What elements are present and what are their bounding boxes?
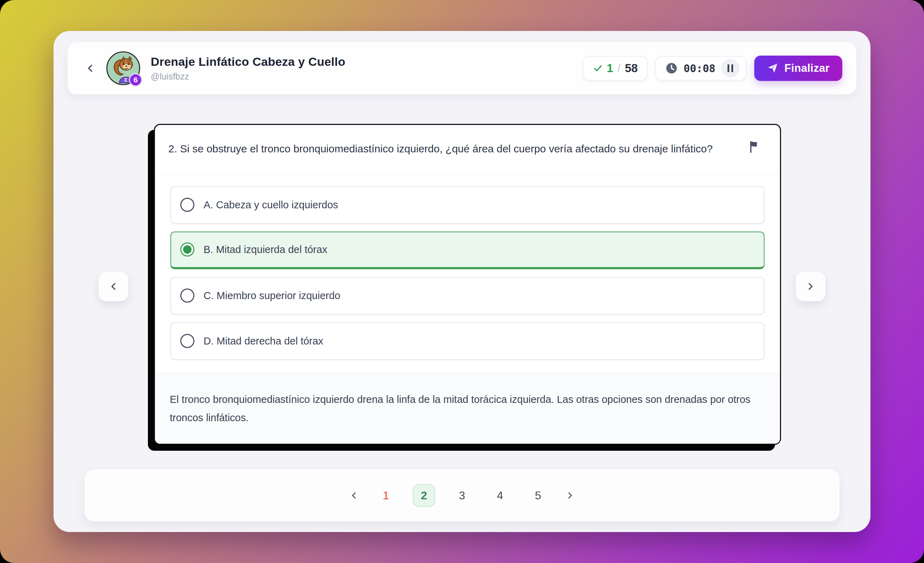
option-a[interactable]: A. Cabeza y cuello izquierdos xyxy=(170,186,765,224)
timer-badge: 00:08 xyxy=(656,56,746,81)
quiz-author-username: @luisfbzz xyxy=(151,72,345,82)
check-icon xyxy=(592,63,603,73)
next-question-button[interactable] xyxy=(796,272,825,301)
chevron-right-icon xyxy=(565,490,575,501)
option-a-label: A. Cabeza y cuello izquierdos xyxy=(204,199,338,211)
question-text: 2. Si se obstruye el tronco bronquiomedi… xyxy=(168,140,720,158)
back-button[interactable] xyxy=(79,57,101,79)
title-block: Drenaje Linfático Cabeza y Cuello @luisf… xyxy=(151,55,345,82)
clock-icon xyxy=(665,62,678,75)
pagination-next-button[interactable] xyxy=(565,490,575,501)
question-header: 2. Si se obstruye el tronco bronquiomedi… xyxy=(155,125,780,174)
flag-icon xyxy=(748,140,763,154)
option-d-label: D. Mitad derecha del tórax xyxy=(204,335,323,347)
avatar[interactable]: Σ 6 xyxy=(106,51,140,85)
explanation-text: El tronco bronquiomediastínico izquierdo… xyxy=(170,390,765,427)
page-button-5[interactable]: 5 xyxy=(527,484,549,507)
option-d[interactable]: D. Mitad derecha del tórax xyxy=(170,322,765,360)
quiz-title: Drenaje Linfático Cabeza y Cuello xyxy=(151,55,345,69)
flag-question-button[interactable] xyxy=(748,139,763,154)
finish-button-label: Finalizar xyxy=(784,62,830,75)
page-button-3[interactable]: 3 xyxy=(451,484,473,507)
option-b[interactable]: B. Mitad izquierda del tórax xyxy=(170,232,765,269)
options-list: A. Cabeza y cuello izquierdos B. Mitad i… xyxy=(155,174,780,368)
header-actions: 1/58 00:08 Finalizar xyxy=(583,55,842,81)
score-separator: / xyxy=(616,61,621,75)
radio-icon xyxy=(180,334,194,348)
score-badge: 1/58 xyxy=(583,56,648,81)
finish-button[interactable]: Finalizar xyxy=(754,55,842,81)
level-badge: 6 xyxy=(129,73,142,87)
pause-button[interactable] xyxy=(721,59,740,78)
radio-icon xyxy=(180,289,194,302)
chevron-left-icon xyxy=(349,490,359,501)
option-c[interactable]: C. Miembro superior izquierdo xyxy=(170,277,765,314)
header-bar: Σ 6 Drenaje Linfático Cabeza y Cuello @l… xyxy=(68,42,856,94)
previous-question-button[interactable] xyxy=(99,272,128,301)
explanation-panel: El tronco bronquiomediastínico izquierdo… xyxy=(155,373,780,444)
send-icon xyxy=(767,63,778,74)
svg-text:Σ: Σ xyxy=(124,77,128,83)
question-card: 2. Si se obstruye el tronco bronquiomedi… xyxy=(154,124,781,445)
score-total: 58 xyxy=(625,61,638,75)
option-b-label: B. Mitad izquierda del tórax xyxy=(204,244,327,256)
timer-value: 00:08 xyxy=(684,62,715,75)
score-current: 1 xyxy=(607,61,613,75)
screenshot-stage: Σ 6 Drenaje Linfático Cabeza y Cuello @l… xyxy=(0,0,924,563)
pause-icon xyxy=(728,64,733,72)
quiz-app-window: Σ 6 Drenaje Linfático Cabeza y Cuello @l… xyxy=(54,31,870,532)
chevron-left-icon xyxy=(84,62,96,74)
page-button-2[interactable]: 2 xyxy=(413,484,435,507)
radio-icon xyxy=(180,198,194,212)
pagination-prev-button[interactable] xyxy=(349,490,359,501)
radio-icon xyxy=(180,243,194,256)
pagination-bar: 1 2 3 4 5 xyxy=(84,469,840,521)
page-button-1[interactable]: 1 xyxy=(375,484,397,507)
page-button-4[interactable]: 4 xyxy=(489,484,511,507)
chevron-right-icon xyxy=(805,281,816,292)
option-c-label: C. Miembro superior izquierdo xyxy=(204,290,340,302)
chevron-left-icon xyxy=(108,281,119,292)
